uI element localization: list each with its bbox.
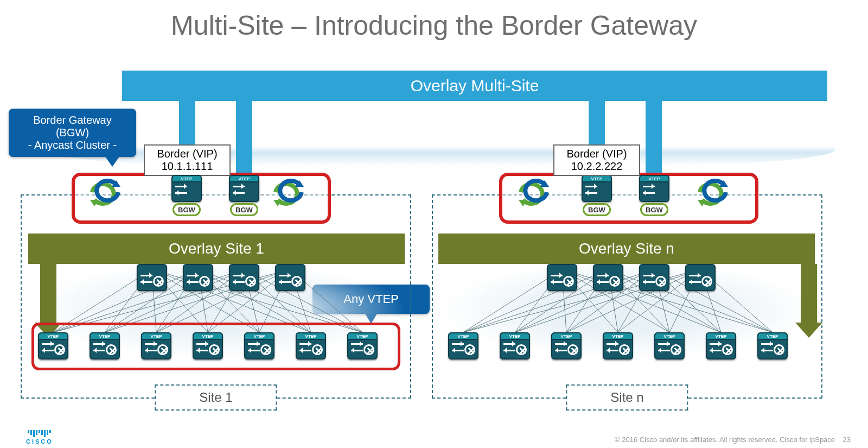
- anycast-cycle-icon: [515, 178, 552, 206]
- overlay-connection-leg: [646, 101, 662, 173]
- bgw-pill: BGW: [173, 203, 201, 216]
- device-chip-label: VTEP: [229, 175, 259, 182]
- leaf-vtep-device-icon: VTEP: [757, 332, 788, 359]
- leaf-vtep-device-icon: VTEP: [244, 332, 275, 359]
- device-chip-label: VTEP: [193, 332, 223, 340]
- spine-device-icon: [183, 264, 213, 291]
- leaf-vtep-device-icon: VTEP: [38, 332, 68, 359]
- leaf-vtep-device-icon: VTEP: [551, 332, 582, 359]
- device-chip-label: VTEP: [706, 332, 736, 340]
- leaf-vtep-device-icon: VTEP: [90, 332, 120, 359]
- device-chip-label: VTEP: [90, 332, 120, 340]
- cisco-logo-text: CISCO: [26, 438, 53, 445]
- spine-device-icon: [685, 264, 716, 291]
- bgw-pill: BGW: [640, 203, 668, 216]
- spine-device-icon: [275, 264, 305, 291]
- leaf-vtep-device-icon: VTEP: [706, 332, 736, 359]
- footer-copyright: © 2016 Cisco and/or its affiliates. All …: [615, 436, 851, 444]
- slide-title: Multi-Site – Introducing the Border Gate…: [0, 10, 868, 41]
- leaf-vtep-device-icon: VTEP: [296, 332, 326, 359]
- leaf-vtep-device-icon: VTEP: [654, 332, 685, 359]
- site-label-site1: Site 1: [155, 384, 277, 411]
- anycast-cycle-icon: [694, 178, 731, 206]
- device-chip-label: VTEP: [296, 332, 326, 340]
- spine-device-icon: [639, 264, 669, 291]
- border-vip-box-site1: Border (VIP) 10.1.1.111: [144, 144, 231, 176]
- device-chip-label: VTEP: [500, 332, 530, 340]
- callout-bgw-line1: Border Gateway (BGW): [16, 114, 129, 139]
- anycast-cycle-icon: [270, 178, 307, 206]
- bgw-device-icon: VTEP: [229, 175, 259, 202]
- site-label-site2: Site n: [566, 384, 688, 411]
- leaf-vtep-device-icon: VTEP: [193, 332, 223, 359]
- device-chip-label: VTEP: [603, 332, 633, 340]
- callout-bgw: Border Gateway (BGW) - Anycast Cluster -: [9, 109, 136, 157]
- leaf-vtep-device-icon: VTEP: [603, 332, 633, 359]
- leaf-vtep-device-icon: VTEP: [448, 332, 478, 359]
- leaf-vtep-device-icon: VTEP: [347, 332, 378, 359]
- bgw-device-icon: VTEP: [582, 175, 612, 202]
- device-chip-label: VTEP: [347, 332, 378, 340]
- bgw-pill: BGW: [230, 203, 258, 216]
- spine-device-icon: [137, 264, 167, 291]
- device-chip-label: VTEP: [448, 332, 478, 340]
- device-chip-label: VTEP: [141, 332, 171, 340]
- overlay-multisite-bar: Overlay Multi-Site: [122, 71, 827, 101]
- overlay-site-bar-site1: Overlay Site 1: [28, 234, 405, 264]
- border-vip-label: Border (VIP): [554, 148, 639, 160]
- device-chip-label: VTEP: [654, 332, 685, 340]
- overlay-connection-leg: [236, 101, 252, 173]
- leaf-vtep-device-icon: VTEP: [500, 332, 530, 359]
- page-number: 23: [843, 436, 851, 444]
- fabric-mesh-lines: [438, 264, 815, 335]
- device-chip-label: VTEP: [551, 332, 582, 340]
- device-chip-label: VTEP: [582, 175, 612, 182]
- border-vip-box-site2: Border (VIP) 10.2.2.222: [553, 144, 640, 176]
- bgw-device-icon: VTEP: [639, 175, 669, 202]
- anycast-cycle-icon: [87, 178, 124, 206]
- overlay-site-label: Overlay Site 1: [169, 240, 264, 257]
- device-chip-label: VTEP: [38, 332, 68, 340]
- spine-device-icon: [593, 264, 623, 291]
- bgw-pill: BGW: [583, 203, 611, 216]
- leaf-vtep-device-icon: VTEP: [141, 332, 171, 359]
- device-chip-label: VTEP: [171, 175, 202, 182]
- cisco-logo: CISCO: [26, 430, 53, 445]
- overlay-site-bar-site2: Overlay Site n: [438, 234, 815, 264]
- border-vip-label: Border (VIP): [145, 148, 229, 160]
- border-vip-ip: 10.1.1.111: [145, 160, 229, 173]
- device-chip-label: VTEP: [244, 332, 275, 340]
- spine-device-icon: [547, 264, 577, 291]
- overlay-site-label: Overlay Site n: [579, 240, 674, 257]
- spine-device-icon: [229, 264, 259, 291]
- callout-bgw-line2: - Anycast Cluster -: [16, 139, 129, 152]
- device-chip-label: VTEP: [639, 175, 669, 182]
- bgw-device-icon: VTEP: [171, 175, 202, 202]
- overlay-multisite-label: Overlay Multi-Site: [411, 77, 539, 94]
- border-vip-ip: 10.2.2.222: [554, 160, 639, 173]
- device-chip-label: VTEP: [757, 332, 788, 340]
